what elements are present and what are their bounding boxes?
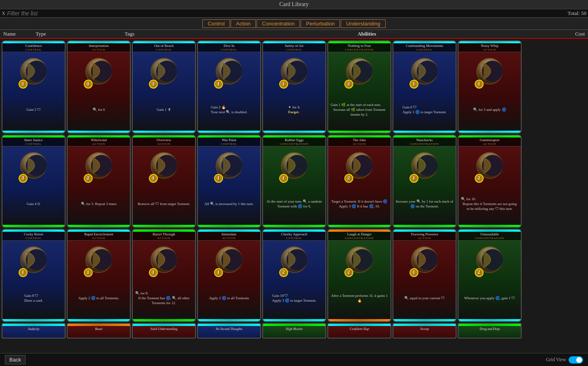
cost-badge: 2 (475, 174, 484, 183)
grid-view-label: Grid View (546, 357, 566, 363)
cost-badge: 2 (344, 174, 353, 183)
card-name-label: Nunchucks (416, 138, 433, 142)
card-towering-presence[interactable]: Towering PresenceACTION 1🔍 equal to your… (393, 229, 456, 322)
card-type-label: CONTROL (286, 237, 302, 240)
card-whirlwind[interactable]: WhirlwindACTION 2🔍 for 3. Repeat 3 times (67, 135, 131, 228)
partial-card-name: Swoop (393, 327, 456, 331)
card-arc-bottom (68, 319, 130, 321)
card-barrel-through[interactable]: Barrel ThroughACTION 1🔍 for 8.If the Tor… (132, 229, 196, 322)
card-type-label: CONTROL (416, 48, 433, 51)
partial-card-bar (68, 324, 130, 326)
title-bar: Card Library (0, 0, 588, 9)
cost-badge: 3 (149, 80, 158, 89)
card-icon-area: 1 (406, 147, 443, 184)
card-arc-bottom (2, 319, 65, 321)
col-name-header: Name (3, 31, 36, 37)
cost-badge: 1 (410, 268, 418, 277)
card-topbar: NunchucksCONCENTRATION (393, 138, 456, 146)
card-arc-bottom (328, 319, 391, 321)
card-type-label: CONTROL (221, 142, 237, 146)
card-laugh-at-danger[interactable]: Laugh at DangerCONCENTRATION 2After a To… (327, 229, 391, 322)
card-arc-bottom (68, 225, 130, 227)
card-text: Whenever you apply 🌀, gain 1 🛡 (462, 278, 518, 319)
card-name-label: Confounding Movements (406, 44, 443, 48)
card-text: ✦ for 4. Forget. (286, 89, 303, 131)
filter-clear-button[interactable]: X (2, 10, 5, 17)
card-inner-justice[interactable]: Inner JusticeCONTROL 3Gain 4 ⊙ (2, 135, 66, 228)
card-overview[interactable]: OverviewACTION 1Remove all 🛡 from target… (132, 135, 196, 228)
card-type-label: ACTION (157, 237, 170, 240)
card-icon-area: 1 (211, 147, 247, 184)
partial-card-confident-slap[interactable]: Confident Slap (327, 323, 391, 338)
cost-badge: 1 (279, 174, 288, 183)
card-name-label: Whirlwind (91, 138, 107, 142)
partial-card-no-second-thoughts[interactable]: No Second Thoughts (197, 323, 261, 338)
card-topbar: Barrel ThroughACTION (133, 232, 195, 241)
card-type-label: CONTROL (286, 48, 302, 51)
card-the-joke[interactable]: The JokeACTION 2Target a Torment. If it … (327, 135, 391, 228)
card-text: Remove all 🛡 from target Torment. (135, 184, 193, 225)
card-dive-in[interactable]: Dive InCONTROL 1Gain 2 🔥Your next 🔍 is d… (197, 40, 261, 133)
card-confidence[interactable]: ConfidenceCONTROL 1Gain 5 🛡 (2, 40, 66, 133)
card-icon-area: 3 (146, 53, 182, 89)
card-noisy-whip[interactable]: Noisy WhipACTION 1🔍 for 5 and apply 🌀 (458, 40, 522, 133)
card-name-label: War Paint (222, 138, 236, 142)
card-intimidate[interactable]: IntimidateACTION 1Apply 2 🌀 to all Torme… (197, 229, 261, 322)
card-topbar: Cocky RetortCONTROL (2, 232, 65, 241)
card-arc-bottom (133, 319, 195, 321)
card-interpretation[interactable]: InterpretationACTION 1🔍 for 6 (67, 40, 131, 133)
partial-card-high-morale[interactable]: High Morale (262, 323, 326, 338)
partial-card-solid-understanding[interactable]: Solid Understanding (132, 323, 196, 338)
partial-card-bar (393, 324, 456, 326)
card-icon-area: 1 (81, 241, 117, 278)
card-confounding-movements[interactable]: Confounding MovementsCONTROL 1Gain 6 🛡Ap… (393, 40, 456, 133)
card-icon-area: 1 (276, 147, 312, 184)
tab-understanding[interactable]: Understanding (341, 19, 386, 28)
card-row-1: Inner JusticeCONTROL 3Gain 4 ⊙WhirlwindA… (2, 135, 586, 228)
tab-control[interactable]: Control (202, 19, 230, 28)
card-gummiraptor[interactable]: GummiraptorACTION 2🔍 for 10.Repeat this … (458, 135, 522, 228)
card-arc-bottom (328, 131, 391, 133)
card-out-of-reach[interactable]: Out of ReachCONTROL 3Gain 1 🗡 (132, 40, 196, 133)
category-tabs: ControlActionConcentrationPerturbationUn… (0, 18, 588, 30)
partial-card-swoop[interactable]: Swoop (393, 323, 456, 338)
tab-perturbation[interactable]: Perturbation (301, 19, 340, 28)
card-cocky-retort[interactable]: Cocky RetortCONTROL 1Gain 8 🛡Draw a card… (2, 229, 66, 322)
card-icon-area: 1 (15, 53, 52, 89)
card-topbar: WhirlwindACTION (68, 138, 130, 146)
partial-card-boast[interactable]: Boast (67, 323, 131, 338)
back-button[interactable]: Back (5, 355, 25, 364)
card-nunchucks[interactable]: NunchucksCONCENTRATION 1Increase your 🔍 … (393, 135, 456, 228)
tab-action[interactable]: Action (231, 19, 256, 28)
card-safety-of-air[interactable]: Safety of AirCONTROL 1✦ for 4. Forget. (262, 40, 326, 133)
card-arc-bottom (328, 225, 391, 227)
partial-card-audacity[interactable]: Audacity (2, 323, 66, 338)
card-arc-bottom (198, 131, 260, 133)
card-type-label: ACTION (92, 142, 105, 146)
card-icon-area: 1 (146, 147, 182, 184)
card-name-label: Out of Reach (154, 44, 174, 48)
col-abilities-header: Abilities (173, 31, 560, 37)
card-icon-area: 1 (406, 241, 443, 278)
cost-badge: 1 (84, 268, 93, 277)
grid-view-toggle[interactable] (569, 356, 583, 364)
card-type-label: ACTION (483, 48, 496, 51)
card-icon-area: 1 (81, 53, 117, 89)
search-input[interactable] (7, 10, 564, 17)
title-text: Card Library (279, 1, 309, 7)
card-icon-area: 2 (276, 241, 312, 278)
card-type-label: CONCENTRATION (345, 237, 374, 240)
tab-concentration[interactable]: Concentration (257, 19, 300, 28)
card-type-label: CONCENTRATION (410, 142, 439, 146)
card-type-label: ACTION (157, 142, 170, 146)
partial-card-drag-and-drop[interactable]: Drag and Drop (458, 323, 522, 338)
card-unassailable[interactable]: UnassailableCONCENTRATION 2Whenever you … (458, 229, 522, 322)
card-war-paint[interactable]: War PaintCONTROL 1All 🔍 is increased by … (197, 135, 261, 228)
card-text: Gain 5 🛡 (24, 89, 43, 131)
card-nothing-to-fear[interactable]: Nothing to FearCONCENTRATION 2Gain 1 🌿 a… (327, 40, 391, 133)
cost-badge: 2 (475, 268, 484, 277)
card-name-label: Noisy Whip (481, 44, 499, 48)
card-rubber-eggs[interactable]: Rubber EggsCONCENTRATION 1At the start o… (262, 135, 326, 228)
card-rapid-encirclement[interactable]: Rapid EncirclementACTION 1Apply 2 🌀 to a… (67, 229, 131, 322)
card-cheeky-approach[interactable]: Cheeky ApproachCONTROL 2Gain 10 🛡Apply 3… (262, 229, 326, 322)
